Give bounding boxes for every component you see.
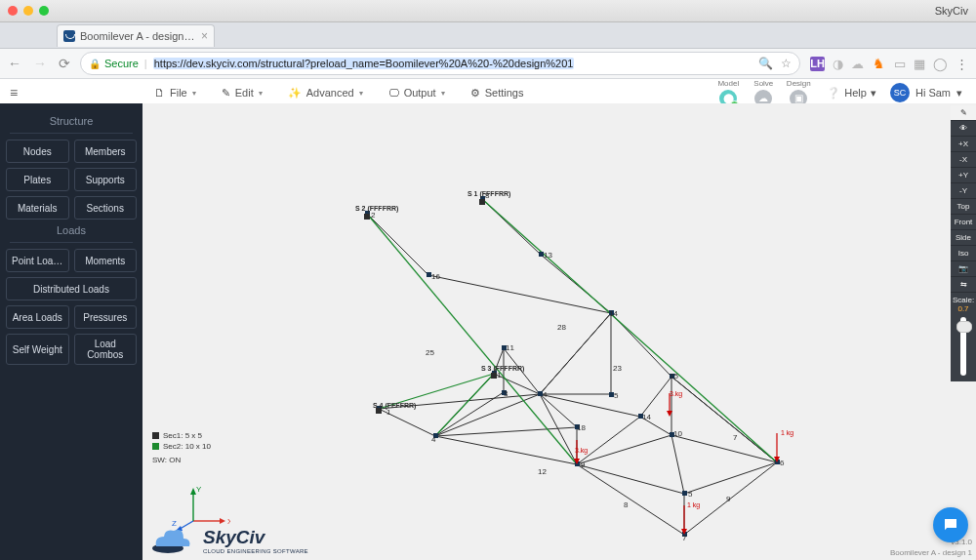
search-in-url-icon[interactable]: 🔍 xyxy=(758,57,773,70)
browser-tab[interactable]: Boomilever A - design 1 | Sky… × xyxy=(57,24,215,47)
menu-settings[interactable]: ⚙Settings xyxy=(470,87,524,100)
btn-plates[interactable]: Plates xyxy=(6,168,69,191)
menu-advanced[interactable]: ✨Advanced▾ xyxy=(288,87,363,100)
btn-area-loads[interactable]: Area Loads xyxy=(6,305,69,329)
structure-svg: S 1 (FFFFRR) S 2 (FFFFRR) S 3 (FFFFRR) S… xyxy=(142,103,976,560)
vt-snapshot[interactable]: 📷 xyxy=(951,261,976,277)
address-bar[interactable]: 🔒 Secure | https://dev.skyciv.com/struct… xyxy=(80,52,800,75)
svg-line-36 xyxy=(435,427,577,436)
menu-output[interactable]: 🖵Output▾ xyxy=(388,87,445,100)
extension-icon[interactable]: ☁ xyxy=(851,57,864,71)
vt-swap[interactable]: ⇆ xyxy=(951,277,976,293)
svg-text:7: 7 xyxy=(682,534,687,542)
vt-front[interactable]: Front xyxy=(951,215,976,230)
svg-text:5: 5 xyxy=(614,391,619,400)
svg-text:3.kg: 3.kg xyxy=(575,447,588,455)
svg-text:7: 7 xyxy=(733,433,738,442)
btn-sections[interactable]: Sections xyxy=(74,196,138,220)
tab-close-icon[interactable]: × xyxy=(201,29,208,43)
user-avatar: SC xyxy=(890,83,910,102)
vt-iso[interactable]: Iso xyxy=(951,246,976,261)
svg-text:1: 1 xyxy=(497,371,502,380)
vt-plus-y[interactable]: +Y xyxy=(951,168,976,183)
secure-indicator: 🔒 Secure xyxy=(89,58,139,69)
btn-pressures[interactable]: Pressures xyxy=(74,305,138,329)
svg-line-33 xyxy=(671,435,684,494)
svg-text:3: 3 xyxy=(504,389,508,398)
bookmark-star-icon[interactable]: ☆ xyxy=(781,57,792,70)
menu-file[interactable]: 🗋File▾ xyxy=(154,87,196,100)
btn-supports[interactable]: Supports xyxy=(74,168,138,191)
nav-reload-icon[interactable]: ⟳ xyxy=(59,56,70,71)
url-text: https://dev.skyciv.com/structural?preloa… xyxy=(153,58,575,69)
vt-minus-x[interactable]: -X xyxy=(951,152,976,168)
btn-materials[interactable]: Materials xyxy=(6,196,69,220)
view-toolbar: ✎ 👁 +X -X +Y -Y Top Front Side Iso 📷 ⇆ S… xyxy=(951,105,976,381)
pencil-icon: ✎ xyxy=(222,87,230,100)
scale-slider[interactable] xyxy=(960,317,966,376)
svg-line-14 xyxy=(577,417,640,464)
svg-line-21 xyxy=(428,275,611,313)
btn-load-combos[interactable]: Load Combos xyxy=(74,334,138,365)
svg-line-31 xyxy=(684,462,777,494)
svg-line-22 xyxy=(367,214,428,275)
svg-text:1: 1 xyxy=(386,408,391,417)
svg-line-25 xyxy=(684,462,777,535)
vt-plus-x[interactable]: +X xyxy=(951,137,976,152)
btn-point-loads[interactable]: Point Loa… xyxy=(6,249,69,272)
svg-text:14: 14 xyxy=(642,413,651,421)
svg-line-16 xyxy=(540,313,611,394)
svg-text:28: 28 xyxy=(557,323,566,332)
macos-app-title: SkyCiv xyxy=(935,5,968,17)
extension-icon[interactable]: ♞ xyxy=(872,57,886,71)
section-legend: Sec1: 5 x 5 Sec2: 10 x 10 SW: ON xyxy=(152,430,211,465)
svg-line-35 xyxy=(577,435,671,464)
window-min-dot[interactable] xyxy=(23,6,33,16)
svg-text:14: 14 xyxy=(609,309,618,318)
svg-text:23: 23 xyxy=(613,364,622,373)
svg-line-30 xyxy=(671,377,777,462)
nav-back-icon[interactable]: ← xyxy=(8,56,21,71)
vt-top[interactable]: Top xyxy=(951,199,976,215)
btn-moments[interactable]: Moments xyxy=(74,249,138,272)
vt-minus-y[interactable]: -Y xyxy=(951,183,976,199)
svg-text:8: 8 xyxy=(485,191,490,200)
model-canvas[interactable]: S 1 (FFFFRR) S 2 (FFFFRR) S 3 (FFFFRR) S… xyxy=(142,103,976,560)
svg-line-24 xyxy=(577,464,684,535)
svg-text:8: 8 xyxy=(624,500,629,509)
svg-line-11 xyxy=(540,394,577,427)
extension-icon[interactable]: ▭ xyxy=(894,57,906,71)
window-max-dot[interactable] xyxy=(39,6,49,16)
svg-text:6: 6 xyxy=(780,459,785,467)
svg-rect-59 xyxy=(682,491,687,496)
menu-edit[interactable]: ✎Edit▾ xyxy=(222,87,263,100)
extension-icon[interactable]: LH xyxy=(810,57,825,71)
vt-draw[interactable]: ✎ xyxy=(951,105,976,121)
vt-side[interactable]: Side xyxy=(951,230,976,246)
extension-icon[interactable]: ▦ xyxy=(914,57,925,71)
svg-text:11: 11 xyxy=(506,343,514,352)
svg-text:1 kg: 1 kg xyxy=(781,429,793,437)
tab-favicon xyxy=(63,30,75,42)
svg-text:Y: Y xyxy=(196,485,202,494)
svg-text:12: 12 xyxy=(538,467,547,476)
chrome-menu-icon[interactable]: ⋮ xyxy=(956,57,968,71)
svg-text:S 4 (FFFFRR): S 4 (FFFFRR) xyxy=(373,402,416,410)
btn-self-weight[interactable]: Self Weight xyxy=(6,334,69,365)
svg-text:16: 16 xyxy=(431,272,440,281)
extension-icon[interactable]: ◑ xyxy=(833,57,843,71)
vt-visibility[interactable]: 👁 xyxy=(951,121,976,137)
extension-icon[interactable]: ◯ xyxy=(933,57,948,71)
btn-nodes[interactable]: Nodes xyxy=(6,140,69,163)
svg-text:S 3 (FFFFRR): S 3 (FFFFRR) xyxy=(481,365,524,373)
btn-members[interactable]: Members xyxy=(74,140,138,163)
svg-line-5 xyxy=(435,436,577,464)
intercom-chat-button[interactable] xyxy=(933,507,968,542)
help-menu[interactable]: ❔Help▾ xyxy=(827,87,876,100)
window-close-dot[interactable] xyxy=(8,6,18,16)
skyciv-logo: SkyCiv CLOUD ENGINEERING SOFTWARE xyxy=(150,525,308,554)
account-menu[interactable]: SC Hi Sam ▾ xyxy=(890,83,962,102)
hamburger-menu-icon[interactable]: ≡ xyxy=(0,85,27,100)
svg-text:15: 15 xyxy=(670,372,678,380)
btn-distributed-loads[interactable]: Distributed Loads xyxy=(6,277,137,300)
